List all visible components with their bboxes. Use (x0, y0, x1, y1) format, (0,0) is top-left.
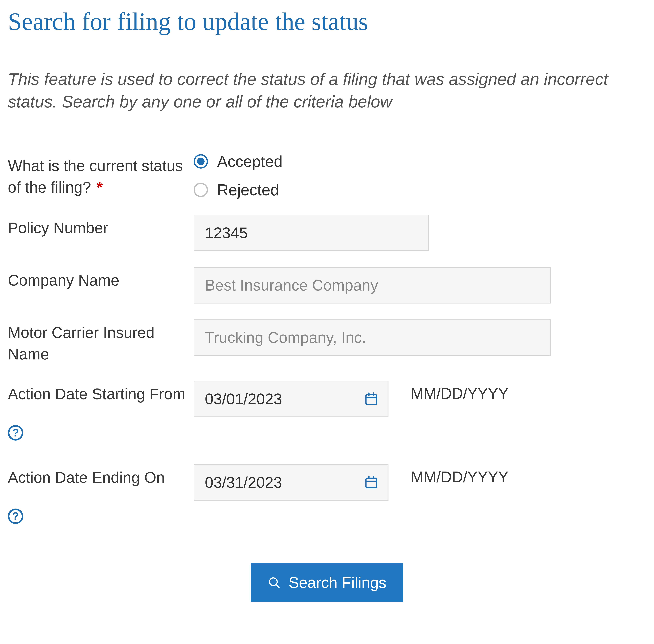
company-name-input[interactable]: Best Insurance Company (194, 267, 551, 303)
insured-name-label: Motor Carrier Insured Name (8, 319, 194, 365)
search-icon (268, 576, 281, 589)
company-name-label: Company Name (8, 267, 194, 291)
calendar-icon[interactable] (364, 475, 379, 489)
radio-accepted-button[interactable] (194, 154, 208, 168)
policy-number-label: Policy Number (8, 214, 194, 239)
calendar-icon[interactable] (364, 392, 379, 406)
help-icon[interactable]: ? (8, 508, 23, 524)
date-to-input[interactable]: 03/31/2023 (194, 464, 388, 501)
search-filing-form: Search for filing to update the status T… (0, 0, 654, 615)
row-policy-number: Policy Number 12345 (8, 214, 646, 251)
row-date-to: Action Date Ending On 03/31/2023 MM/DD/Y… (8, 464, 646, 501)
row-insured-name: Motor Carrier Insured Name Trucking Comp… (8, 319, 646, 365)
policy-number-input[interactable]: 12345 (194, 214, 429, 251)
date-from-value: 03/01/2023 (205, 390, 282, 408)
date-to-value: 03/31/2023 (205, 474, 282, 491)
status-label: What is the current status of the filing… (8, 152, 194, 198)
search-filings-button[interactable]: Search Filings (251, 563, 403, 602)
search-filings-label: Search Filings (289, 574, 386, 592)
help-icon[interactable]: ? (8, 425, 23, 440)
submit-row: Search Filings (8, 563, 646, 602)
radio-accepted-label: Accepted (217, 152, 283, 170)
insured-name-input[interactable]: Trucking Company, Inc. (194, 319, 551, 356)
svg-rect-4 (366, 478, 377, 488)
date-from-help-row: ? (8, 425, 646, 440)
date-from-input[interactable]: 03/01/2023 (194, 381, 388, 417)
status-label-text: What is the current status of the filing… (8, 157, 183, 196)
page-description: This feature is used to correct the stat… (8, 68, 646, 113)
row-company-name: Company Name Best Insurance Company (8, 267, 646, 303)
radio-rejected-button[interactable] (194, 183, 208, 197)
row-status: What is the current status of the filing… (8, 152, 646, 199)
page-title: Search for filing to update the status (8, 8, 646, 35)
svg-rect-0 (366, 395, 377, 404)
date-from-label: Action Date Starting From (8, 381, 194, 405)
required-asterisk: * (97, 179, 103, 196)
radio-rejected[interactable]: Rejected (194, 181, 283, 199)
svg-line-9 (276, 584, 279, 588)
date-from-hint: MM/DD/YYYY (388, 381, 509, 402)
row-date-from: Action Date Starting From 03/01/2023 MM/… (8, 381, 646, 417)
date-to-hint: MM/DD/YYYY (388, 464, 509, 486)
date-to-help-row: ? (8, 508, 646, 524)
radio-rejected-label: Rejected (217, 181, 279, 199)
date-to-label: Action Date Ending On (8, 464, 194, 488)
status-radio-group: Accepted Rejected (194, 152, 283, 199)
radio-accepted[interactable]: Accepted (194, 152, 283, 170)
